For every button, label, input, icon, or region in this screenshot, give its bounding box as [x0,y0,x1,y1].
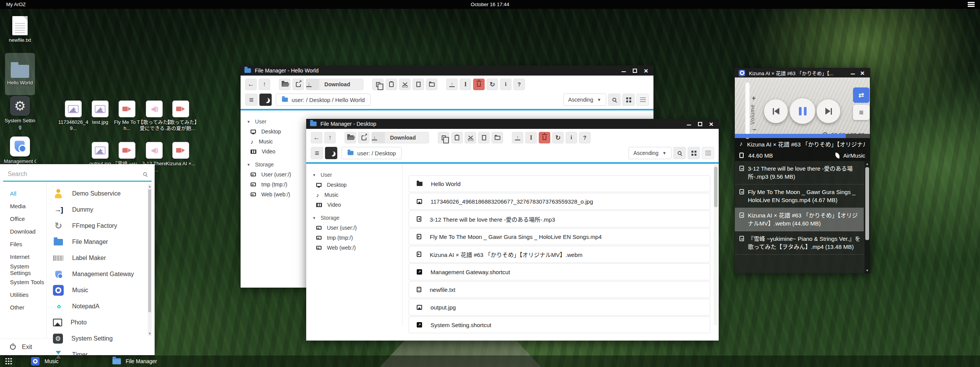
app-item[interactable]: Demo Subservice [47,186,155,202]
open-in-new-button[interactable] [358,132,370,143]
previous-track-button[interactable] [764,99,788,123]
rename-button[interactable]: I [525,132,537,143]
desktop-icon[interactable]: ⚙ System Setting [4,96,36,130]
queue-button[interactable] [853,105,869,120]
category-item[interactable]: Utilities [0,288,46,301]
help-button[interactable]: ? [513,79,525,90]
app-item[interactable]: Dummy [47,202,155,218]
open-button[interactable] [345,132,356,143]
close-icon[interactable]: × [709,120,713,128]
back-button[interactable]: ← [245,79,257,90]
scrollbar-thumb[interactable] [714,167,718,207]
new-folder-button[interactable] [492,132,503,143]
sort-dropdown[interactable]: Ascending▼ [563,94,606,106]
pause-button[interactable] [790,98,815,124]
maximize-icon[interactable] [698,122,702,126]
progress-bar[interactable] [735,134,870,138]
sidebar-item[interactable]: tmp (tmp:/) [247,179,306,189]
playlist-item[interactable]: 『雪峰 ~yukimine~ Piano & Strings Ver.』を歌って… [735,231,864,255]
breadcrumb[interactable]: user: / Desktop / Hello World [276,94,371,106]
sidebar-group-storage[interactable]: ▾Storage [247,160,306,170]
category-item[interactable]: All [0,187,46,200]
file-row[interactable]: Management Gateway.shortcut [409,263,710,280]
cut-button[interactable] [399,79,411,90]
repeat-button[interactable]: ⇄ [853,87,869,103]
new-file-button[interactable] [412,79,424,90]
cut-button[interactable] [465,132,476,143]
search-input[interactable] [3,171,143,178]
desktop-icon[interactable]: Management Gateway [4,137,36,165]
desktop-icon[interactable]: Kizuna AI ×... [165,142,197,167]
grid-view-button[interactable] [688,147,700,159]
up-button[interactable]: ↑ [259,79,270,90]
fm1-titlebar[interactable]: File Manager - Hello World × [241,66,653,76]
playlist-scrollbar[interactable] [865,161,870,273]
volume-up-label[interactable]: + [752,94,756,102]
breadcrumb[interactable]: user: / Desktop [342,147,402,159]
sidebar-group-storage[interactable]: ▾Storage [313,213,402,223]
player-titlebar[interactable]: Kizuna AI × 花譜 #63 「かりそめ」【... × [735,68,870,77]
taskbar-item-file-manager[interactable]: File Manager [109,355,161,367]
paste-button[interactable] [386,79,397,90]
delete-button[interactable] [473,79,485,90]
airmusic-button[interactable]: AirMusic [835,152,865,159]
category-item[interactable]: Internet [0,250,46,263]
app-item[interactable]: Music [47,282,155,298]
sidebar-item[interactable]: Music [313,190,402,200]
app-list-scrollbar[interactable] [148,184,152,336]
rename-button[interactable]: I [460,79,471,90]
app-item[interactable]: Label Maker [47,250,155,266]
minimize-icon[interactable] [687,122,691,125]
file-row[interactable]: output.jpg [409,299,710,316]
sidebar-item[interactable]: Music [247,137,306,146]
app-item[interactable]: File Manager [47,234,155,250]
back-button[interactable]: ← [311,132,322,143]
sort-dropdown[interactable]: Ascending▼ [629,147,671,159]
up-button[interactable]: ↑ [324,132,336,143]
info-button[interactable]: i [566,132,577,143]
info-button[interactable]: i [500,79,511,90]
fm2-scrollbar[interactable] [714,165,718,325]
volume-down-label[interactable]: – [752,125,756,133]
maximize-icon[interactable] [633,69,637,73]
hamburger-menu-icon[interactable] [968,2,975,7]
help-button[interactable]: ? [579,132,591,143]
sidebar-group-user[interactable]: ▾User [247,117,306,127]
new-folder-button[interactable] [426,79,437,90]
sidebar-item[interactable]: Video [313,200,402,210]
upload-button[interactable] [512,132,523,143]
sidebar-group-user[interactable]: ▾User [313,170,402,180]
search-button[interactable] [673,147,686,159]
category-item[interactable]: Media [0,200,46,212]
sidebar-item[interactable]: Web (web:/) [247,189,306,199]
sidebar-item[interactable]: Video [247,146,306,156]
close-icon[interactable]: × [860,69,865,77]
copy-button[interactable] [438,132,449,143]
playlist-item[interactable]: 3-12 There will be love there -愛のある場所-.m… [735,161,864,184]
next-track-button[interactable] [817,99,840,123]
app-item[interactable]: System Setting [47,331,155,347]
file-row[interactable]: Fly Me To The Moon _ Gawr Gura Sings _ H… [409,228,710,245]
paste-button[interactable] [451,132,463,143]
minimize-icon[interactable] [851,71,855,74]
open-in-new-button[interactable] [292,79,304,90]
open-button[interactable] [279,79,290,90]
close-icon[interactable]: × [644,67,648,74]
menu-button[interactable] [311,147,323,159]
file-row[interactable]: 117346026_4968186883206677_3276783073763… [409,193,710,210]
grid-view-button[interactable] [622,94,635,106]
minimize-icon[interactable] [622,69,626,72]
category-item[interactable]: Office [0,212,46,225]
scrollbar-thumb[interactable] [865,167,869,240]
sidebar-item[interactable]: Desktop [313,180,402,190]
sidebar-item[interactable]: User (user:/) [247,170,306,179]
category-item[interactable]: Download [0,225,46,238]
dark-mode-toggle[interactable] [325,147,337,159]
category-item[interactable]: Files [0,238,46,250]
download-button[interactable]: Download [371,132,429,143]
file-row[interactable]: System Setting.shortcut [409,316,710,333]
search-button[interactable] [608,94,620,106]
sidebar-item[interactable]: tmp (tmp:/) [313,233,402,243]
file-row[interactable]: newfile.txt [409,281,710,298]
menu-button[interactable] [245,94,257,106]
